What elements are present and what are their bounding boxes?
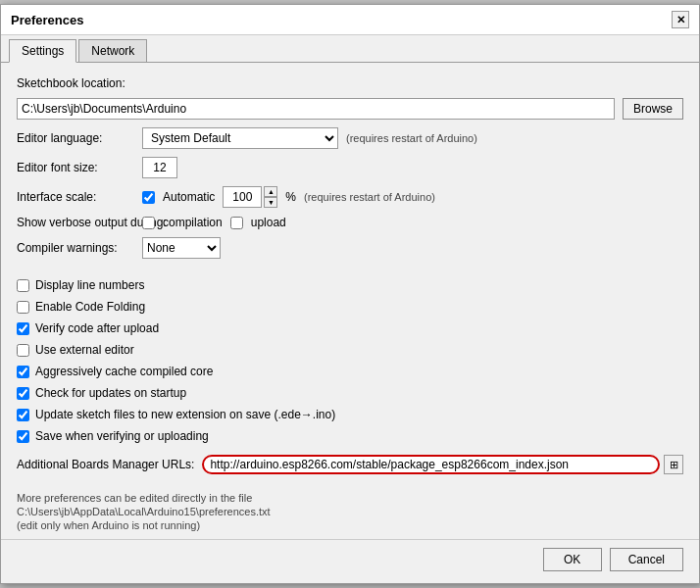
display-line-numbers-label[interactable]: Display line numbers [35,278,144,292]
verify-code-label[interactable]: Verify code after upload [35,321,159,335]
checkbox-verify-code: Verify code after upload [17,321,683,335]
title-bar: Preferences ✕ [1,5,699,35]
compiler-warnings-label: Compiler warnings: [17,241,134,255]
checkbox-enable-code-folding: Enable Code Folding [17,300,683,314]
interface-scale-label: Interface scale: [17,190,134,204]
compiler-warnings-row: Compiler warnings: None Default More All [17,237,683,259]
external-editor-checkbox[interactable] [17,344,29,357]
checkbox-display-line-numbers: Display line numbers [17,278,683,292]
editor-language-note: (requires restart of Arduino) [346,132,477,144]
editor-language-row: Editor language: System Default (require… [17,127,683,149]
save-when-verifying-label[interactable]: Save when verifying or uploading [35,429,209,443]
tabs-bar: Settings Network [1,35,699,63]
spin-buttons: ▲ ▼ [264,186,277,208]
additional-boards-input[interactable] [210,458,652,471]
preferences-path: C:\Users\jb\AppData\Local\Arduino15\pref… [17,506,683,517]
sketchbook-row: Sketchbook location: [17,76,683,90]
verbose-compilation-checkbox[interactable] [142,217,155,229]
aggressively-cache-checkbox[interactable] [17,366,29,378]
tab-network[interactable]: Network [78,39,147,62]
verbose-label: Show verbose output during: [17,216,134,229]
check-updates-label[interactable]: Check for updates on startup [35,386,186,400]
checkbox-check-updates: Check for updates on startup [17,386,683,400]
bottom-info: More preferences can be edited directly … [1,484,699,539]
compiler-warnings-select[interactable]: None Default More All [142,237,221,259]
external-editor-label[interactable]: Use external editor [35,343,134,357]
ok-button[interactable]: OK [543,548,602,571]
automatic-label[interactable]: Automatic [163,190,215,204]
preferences-dialog: Preferences ✕ Settings Network Sketchboo… [0,4,700,584]
update-sketch-files-label[interactable]: Update sketch files to new extension on … [35,408,335,421]
save-when-verifying-checkbox[interactable] [17,430,29,443]
additional-boards-label: Additional Boards Manager URLs: [17,458,194,471]
interface-scale-row: Interface scale: Automatic ▲ ▼ % (requir… [17,186,683,208]
action-bar: OK Cancel [1,539,699,583]
verify-code-checkbox[interactable] [17,322,29,335]
more-preferences-text: More preferences can be edited directly … [17,492,683,504]
scale-unit: % [285,190,296,204]
display-line-numbers-checkbox[interactable] [17,279,29,292]
urls-open-icon[interactable]: ⊞ [664,455,683,474]
tab-settings[interactable]: Settings [9,39,76,63]
spin-up-button[interactable]: ▲ [264,186,277,197]
editor-language-label: Editor language: [17,131,134,145]
enable-code-folding-label[interactable]: Enable Code Folding [35,300,145,314]
close-button[interactable]: ✕ [672,11,689,28]
verbose-row: Show verbose output during: compilation … [17,216,683,229]
verbose-upload-checkbox[interactable] [230,217,243,229]
checkbox-external-editor: Use external editor [17,343,683,357]
checkbox-update-sketch-files: Update sketch files to new extension on … [17,408,683,421]
editor-language-select[interactable]: System Default [142,127,338,149]
sketchbook-input[interactable] [17,98,615,120]
cancel-button[interactable]: Cancel [610,548,683,571]
sketchbook-label: Sketchbook location: [17,76,125,90]
check-updates-checkbox[interactable] [17,387,29,400]
verbose-upload-label[interactable]: upload [251,216,286,229]
scale-spinner: ▲ ▼ [223,186,277,208]
enable-code-folding-checkbox[interactable] [17,301,29,314]
settings-content: Sketchbook location: Browse Editor langu… [1,63,699,484]
sketchbook-input-row: Browse [17,98,683,120]
checkbox-aggressively-cache: Aggressively cache compiled core [17,365,683,378]
editor-font-input[interactable] [142,157,177,178]
scale-input[interactable] [223,186,262,208]
spin-down-button[interactable]: ▼ [264,197,277,208]
preferences-note: (edit only when Arduino is not running) [17,519,683,531]
editor-font-label: Editor font size: [17,161,134,174]
verbose-compilation-label[interactable]: compilation [163,216,223,229]
browse-button[interactable]: Browse [623,98,683,120]
automatic-checkbox[interactable] [142,191,155,204]
additional-boards-row: Additional Boards Manager URLs: ⊞ [17,455,683,474]
aggressively-cache-label[interactable]: Aggressively cache compiled core [35,365,213,378]
editor-font-row: Editor font size: [17,157,683,178]
dialog-title: Preferences [11,13,83,27]
checkbox-save-when-verifying: Save when verifying or uploading [17,429,683,443]
scale-note: (requires restart of Arduino) [304,191,435,203]
update-sketch-files-checkbox[interactable] [17,409,29,421]
